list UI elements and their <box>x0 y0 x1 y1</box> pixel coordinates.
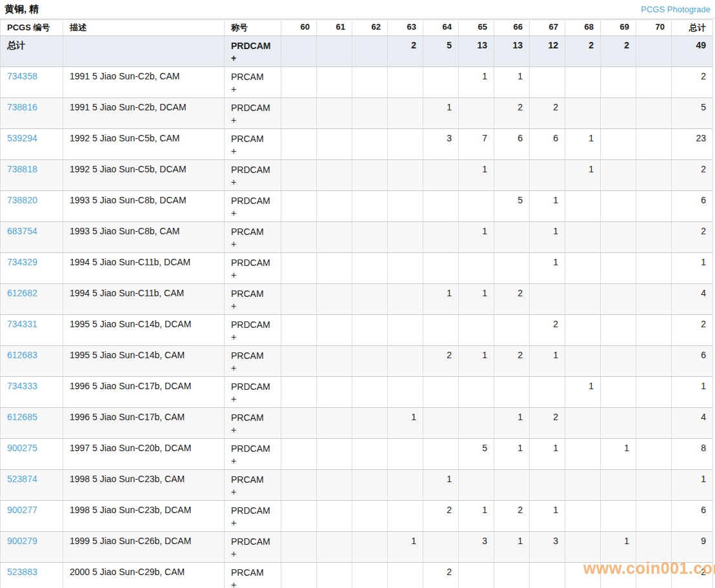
table-row: 900277 1998 5 Jiao Sun-C23b, DCAM PRDCAM… <box>1 501 713 532</box>
pcgs-number-link[interactable]: 523883 <box>7 567 37 577</box>
pcgs-number-link[interactable]: 900279 <box>7 536 37 546</box>
grade-63-count <box>388 222 423 253</box>
col-header-grade-61: 61 <box>317 20 352 36</box>
totals-designation: PRDCAM + <box>225 36 281 67</box>
col-header-grade-65: 65 <box>459 20 494 36</box>
grade-66-count: 2 <box>494 346 530 377</box>
table-row: 523874 1998 5 Jiao Sun-C23b, CAM PRCAM +… <box>1 470 713 501</box>
grade-66-count: 1 <box>494 532 530 563</box>
grade-70-count <box>636 98 672 129</box>
row-total: 6 <box>672 346 713 377</box>
coin-description: 2000 5 Jiao Sun-C29b, CAM <box>63 563 225 588</box>
grade-62-count <box>352 222 388 253</box>
table-row: 523883 2000 5 Jiao Sun-C29b, CAM PRCAM +… <box>1 563 713 588</box>
grade-60-count <box>281 408 317 439</box>
population-table: PCGS 编号 描述 称号 60 61 62 63 64 65 66 67 68… <box>0 19 713 588</box>
grade-61-count <box>317 98 352 129</box>
grade-64-count: 1 <box>423 284 459 315</box>
grade-60-count <box>281 67 317 98</box>
grade-68-count <box>565 98 601 129</box>
coin-description: 1991 5 Jiao Sun-C2b, DCAM <box>63 98 225 129</box>
grade-63-count <box>388 563 423 588</box>
designation-cell: PRDCAM + <box>225 377 281 408</box>
grade-60-count <box>281 129 317 160</box>
table-row: 738820 1993 5 Jiao Sun-C8b, DCAM PRDCAM … <box>1 191 713 222</box>
grade-67-count <box>530 470 565 501</box>
grade-65-count <box>459 191 494 222</box>
designation-cell: PRDCAM + <box>225 191 281 222</box>
pcgs-number-link[interactable]: 612683 <box>7 350 37 360</box>
grade-70-count <box>636 129 672 160</box>
grade-67-count: 2 <box>530 98 565 129</box>
totals-grade-67: 12 <box>530 36 565 67</box>
pcgs-number-link[interactable]: 523874 <box>7 474 37 484</box>
grade-70-count <box>636 315 672 346</box>
col-header-grade-64: 64 <box>423 20 459 36</box>
pcgs-number-link[interactable]: 734333 <box>7 381 37 391</box>
grade-62-count <box>352 129 388 160</box>
pcgs-number-link[interactable]: 738816 <box>7 102 37 112</box>
pcgs-number-link[interactable]: 900277 <box>7 505 37 515</box>
pcgs-number-link[interactable]: 738820 <box>7 195 37 205</box>
pcgs-number-link[interactable]: 539294 <box>7 133 37 143</box>
grade-69-count: 1 <box>601 439 636 470</box>
grade-62-count <box>352 98 388 129</box>
pcgs-number-link[interactable]: 734358 <box>7 71 37 81</box>
grade-68-count <box>565 470 601 501</box>
grade-60-count <box>281 222 317 253</box>
table-row: 738818 1992 5 Jiao Sun-C5b, DCAM PRDCAM … <box>1 160 713 191</box>
coin-description: 1994 5 Jiao Sun-C11b, DCAM <box>63 253 225 284</box>
table-row: 539294 1992 5 Jiao Sun-C5b, CAM PRCAM + … <box>1 129 713 160</box>
designation-cell: PRCAM + <box>225 470 281 501</box>
grade-65-count <box>459 98 494 129</box>
grade-69-count <box>601 191 636 222</box>
grade-66-count: 2 <box>494 501 530 532</box>
grade-68-count <box>565 532 601 563</box>
col-header-grade-63: 63 <box>388 20 423 36</box>
page-title: 黄铜, 精 <box>5 3 39 15</box>
grade-65-count: 3 <box>459 532 494 563</box>
grade-66-count <box>494 253 530 284</box>
designation-cell: PRCAM + <box>225 346 281 377</box>
grade-70-count <box>636 67 672 98</box>
grade-61-count <box>317 408 352 439</box>
grade-65-count <box>459 563 494 588</box>
pcgs-number-link[interactable]: 612685 <box>7 412 37 422</box>
grade-67-count: 1 <box>530 439 565 470</box>
grade-65-count <box>459 408 494 439</box>
grade-66-count: 2 <box>494 284 530 315</box>
coin-description: 1996 5 Jiao Sun-C17b, DCAM <box>63 377 225 408</box>
pcgs-photograde-link[interactable]: PCGS Photograde <box>641 5 710 14</box>
grade-64-count: 3 <box>423 129 459 160</box>
pcgs-number-link[interactable]: 738818 <box>7 164 37 174</box>
totals-grade-68: 2 <box>565 36 601 67</box>
pcgs-number-link[interactable]: 900275 <box>7 443 37 453</box>
grade-63-count <box>388 67 423 98</box>
pcgs-number-link[interactable]: 612682 <box>7 288 37 298</box>
grade-60-count <box>281 532 317 563</box>
row-total: 6 <box>672 501 713 532</box>
grade-67-count <box>530 160 565 191</box>
grade-66-count: 1 <box>494 439 530 470</box>
row-total: 23 <box>672 129 713 160</box>
grade-63-count: 1 <box>388 532 423 563</box>
grade-60-count <box>281 315 317 346</box>
grade-67-count: 1 <box>530 222 565 253</box>
coin-description: 1991 5 Jiao Sun-C2b, CAM <box>63 67 225 98</box>
pcgs-number-cell: 612685 <box>1 408 63 439</box>
grade-67-count <box>530 563 565 588</box>
grade-68-count <box>565 408 601 439</box>
table-row: 900275 1997 5 Jiao Sun-C20b, DCAM PRDCAM… <box>1 439 713 470</box>
designation-cell: PRDCAM + <box>225 160 281 191</box>
grade-69-count <box>601 98 636 129</box>
row-total: 2 <box>672 222 713 253</box>
table-row: 900279 1999 5 Jiao Sun-C26b, DCAM PRDCAM… <box>1 532 713 563</box>
grade-63-count <box>388 346 423 377</box>
pcgs-number-link[interactable]: 734331 <box>7 319 37 329</box>
grade-64-count: 2 <box>423 501 459 532</box>
grade-60-count <box>281 98 317 129</box>
grade-61-count <box>317 532 352 563</box>
pcgs-number-link[interactable]: 683754 <box>7 226 37 236</box>
pcgs-number-link[interactable]: 734329 <box>7 257 37 267</box>
grade-62-count <box>352 532 388 563</box>
